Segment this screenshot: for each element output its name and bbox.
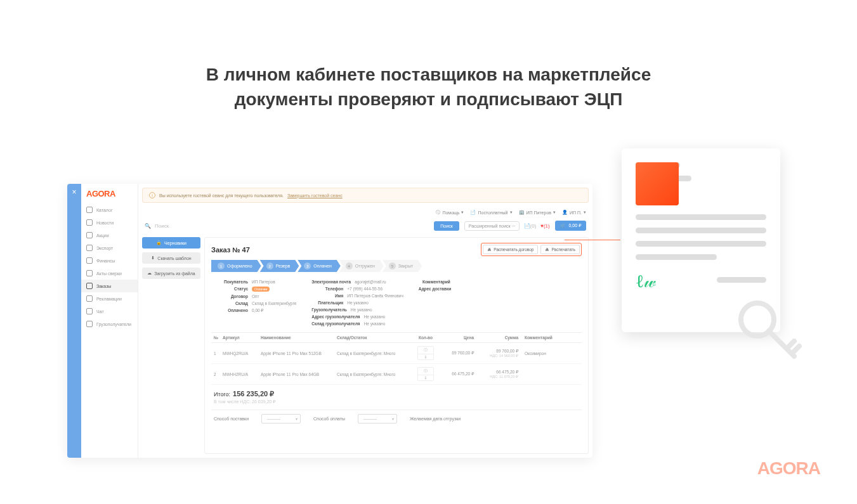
search-input[interactable]: 🔍 Поиск [145, 223, 429, 229]
nav-item-3[interactable]: Экспорт [81, 242, 138, 254]
topbar: ⓘ Помощь ▾ 📄 Постоплатный ▾ 🏢 ИП Питеров… [138, 207, 592, 218]
nav-item-7[interactable]: Рекламации [81, 292, 138, 305]
upload-file-button[interactable]: ☁ Загрузить из файла [142, 268, 200, 279]
app-window: × AGORA КаталогНовостиАкцииЭкспортФинанс… [67, 184, 592, 458]
delivery-select[interactable]: ——— [261, 414, 301, 423]
nav-item-9[interactable]: Грузополучатели [81, 318, 138, 330]
order-title: Заказ № 47 [211, 246, 250, 254]
nav-item-0[interactable]: Каталог [81, 204, 138, 216]
docs-icon[interactable]: 📄 (0) [525, 222, 535, 229]
download-template-button[interactable]: ⬇ Скачать шаблон [142, 252, 200, 264]
company-selector[interactable]: 🏢 ИП Питеров ▾ [519, 210, 556, 215]
vat-total: В том числе НДС: 26 039,20 ₽ [211, 399, 582, 410]
order-items-table: №АртикулНаименованиеСклад/ОстатокКол-воЦ… [211, 332, 582, 385]
payment-select[interactable]: ——— [358, 414, 397, 423]
favorites-icon[interactable]: ♥ (1) [540, 222, 550, 229]
advanced-search[interactable]: Расширенный поиск ··· [464, 221, 520, 231]
cart-button[interactable]: 🛒 0,00 ₽ [555, 221, 586, 231]
key-icon [732, 294, 808, 370]
alert-link[interactable]: Завершить гостевой сеанс [287, 193, 343, 198]
step-3[interactable]: 4Отгружен [339, 260, 384, 272]
order-total: 156 235,20 ₽ [233, 390, 274, 398]
info-icon: i [149, 192, 155, 198]
nav-icon [86, 283, 93, 289]
step-4[interactable]: 5Закрыт [383, 260, 422, 272]
payment-mode[interactable]: 📄 Постоплатный ▾ [470, 210, 512, 215]
nav-icon [86, 232, 93, 238]
search-icon: 🔍 [145, 223, 151, 229]
close-button[interactable]: × [67, 184, 81, 458]
user-menu[interactable]: 👤 ИП П. ▾ [562, 210, 586, 215]
nav-item-4[interactable]: Финансы [81, 254, 138, 267]
nav-icon [86, 321, 93, 327]
page-headline: В личном кабинете поставщиков на маркетп… [6, 62, 851, 112]
nav-icon [86, 219, 93, 226]
qty-stepper[interactable]: ⓘ1 [417, 346, 434, 360]
nav-icon [86, 245, 93, 251]
logo: AGORA [81, 188, 138, 204]
order-steps: 1Оформлено2Резерв3Оплачен4Отгружен5Закры… [211, 260, 582, 272]
table-row: 1MWHQ2RU/AApple iPhone 11 Pro Max 512GBС… [211, 343, 582, 364]
order-panel: Заказ № 47 🖶 Распечатать договор 🖶 Распе… [204, 237, 589, 454]
step-0[interactable]: 1Оформлено [211, 260, 261, 272]
step-2[interactable]: 3Оплачен [298, 260, 340, 272]
doc-logo-square [636, 162, 679, 205]
qty-stepper[interactable]: ⓘ1 [417, 367, 434, 381]
brand-watermark: AGORA [757, 458, 820, 479]
nav-icon [86, 308, 93, 314]
step-1[interactable]: 2Резерв [260, 260, 299, 272]
nav-item-8[interactable]: Чат [81, 305, 138, 318]
nav-icon [86, 270, 93, 276]
search-button[interactable]: Поиск [434, 221, 459, 231]
nav-icon [86, 295, 93, 302]
nav-icon [86, 257, 93, 264]
help-link[interactable]: ⓘ Помощь ▾ [436, 209, 464, 216]
nav-item-2[interactable]: Акции [81, 229, 138, 242]
nav-item-1[interactable]: Новости [81, 216, 138, 229]
signature-icon: ℓ𝓌 [636, 271, 656, 292]
print-contract-button[interactable]: 🖶 Распечатать договор [483, 245, 538, 254]
callout-line [565, 240, 620, 240]
sidebar: AGORA КаталогНовостиАкцииЭкспортФинансыА… [81, 184, 138, 458]
nav-item-6[interactable]: Заказы [81, 280, 138, 292]
nav-icon [86, 207, 93, 213]
table-row: 2MWHH2RU/AApple iPhone 11 Pro Max 64GBСк… [211, 364, 582, 385]
print-button[interactable]: 🖶 Распечатать [540, 245, 580, 254]
nav-item-5[interactable]: Акты сверки [81, 267, 138, 280]
order-details: ПокупательИП ПитеровСтатусОплаченДоговор… [211, 277, 582, 332]
drafts-button[interactable]: 🔒 Черновики [142, 237, 200, 249]
print-actions: 🖶 Распечатать договор 🖶 Распечатать [481, 243, 582, 256]
alert-banner: i Вы используете гостевой сеанс для теку… [142, 188, 589, 203]
